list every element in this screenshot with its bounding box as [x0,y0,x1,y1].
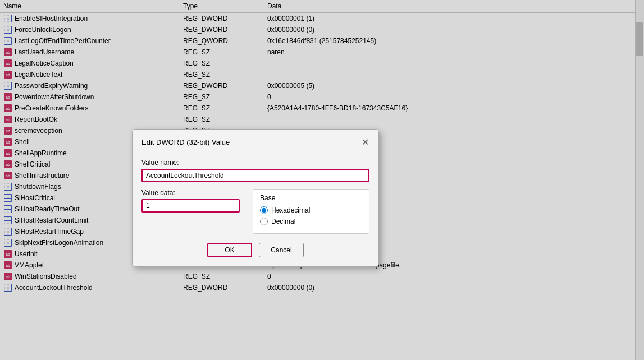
dialog-titlebar: Edit DWORD (32-bit) Value ✕ [133,130,378,153]
value-data-label: Value data: [141,189,244,197]
value-name-input[interactable] [141,169,369,182]
decimal-radio[interactable] [260,218,268,225]
dialog-title: Edit DWORD (32-bit) Value [141,138,230,146]
dialog-buttons: OK Cancel [141,243,369,257]
decimal-option[interactable]: Decimal [260,218,362,225]
modal-overlay: Edit DWORD (32-bit) Value ✕ Value name: … [0,0,644,360]
registry-table: Name Type Data EnableSIHostIntegration R… [0,0,644,360]
decimal-label: Decimal [271,218,295,225]
value-data-input[interactable] [141,199,240,213]
cancel-button[interactable]: Cancel [259,243,304,257]
dialog-close-button[interactable]: ✕ [358,135,372,149]
edit-dword-dialog: Edit DWORD (32-bit) Value ✕ Value name: … [132,129,379,267]
value-name-label: Value name: [141,159,369,167]
ok-button[interactable]: OK [207,243,252,257]
base-section: Base Hexadecimal Decimal [253,189,369,234]
dialog-body: Value name: Value data: Base Hexadeci [133,153,378,266]
value-data-section: Value data: [141,189,244,234]
bottom-section: Value data: Base Hexadecimal Decimal [141,189,369,234]
base-label: Base [260,194,362,202]
hexadecimal-radio[interactable] [260,206,268,214]
hexadecimal-label: Hexadecimal [271,206,310,214]
hexadecimal-option[interactable]: Hexadecimal [260,206,362,214]
